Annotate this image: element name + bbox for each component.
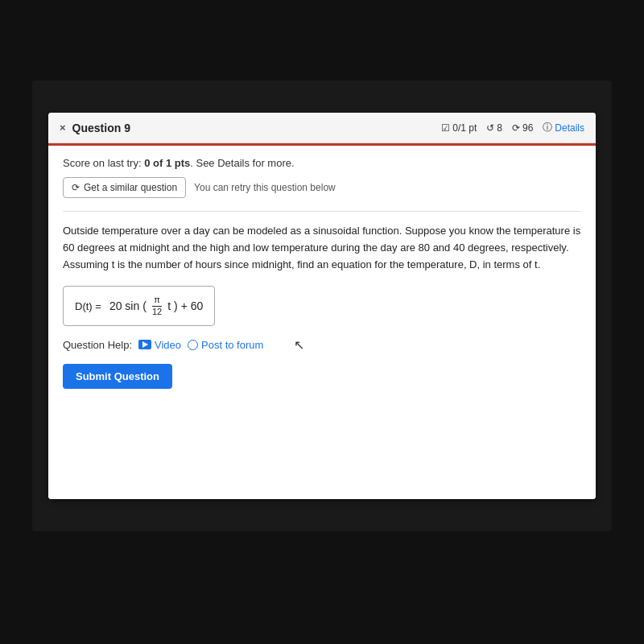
info-icon: ⓘ (543, 121, 552, 134)
submit-label: Submit Question (76, 370, 159, 382)
fraction: π 12 (151, 295, 163, 316)
help-row: Question Help: Video Post to forum ↖ (63, 337, 581, 353)
answer-box: D(t) = 20 sin ( π 12 t ) + 60 (63, 286, 215, 325)
screen-wrapper: × Question 9 ☑ 0/1 pt ↺ 8 ⟳ 96 ⓘ De (32, 80, 612, 531)
help-label: Question Help: (63, 339, 132, 351)
score-badge: ☑ 0/1 pt (441, 122, 477, 134)
variable: t (167, 299, 171, 312)
header-left: × Question 9 (60, 122, 130, 134)
content-area: Score on last try: 0 of 1 pts. See Detai… (48, 146, 596, 499)
score-value: 0/1 pt (452, 122, 477, 134)
video-icon (138, 340, 151, 349)
similar-button-label: Get a similar question (84, 182, 177, 193)
header-bar: × Question 9 ☑ 0/1 pt ↺ 8 ⟳ 96 ⓘ De (48, 113, 596, 143)
coefficient: 20 sin (109, 299, 139, 312)
score-line: Score on last try: 0 of 1 pts. See Detai… (63, 157, 581, 169)
open-paren: ( (142, 299, 147, 312)
info-badge: ⓘ Details (543, 121, 584, 134)
score-check-icon: ☑ (441, 122, 450, 134)
retry-text: You can retry this question below (194, 182, 336, 193)
header-right: ☑ 0/1 pt ↺ 8 ⟳ 96 ⓘ Details (441, 121, 584, 134)
score-bold: 0 of 1 pts (144, 157, 190, 169)
retry-count: 8 (497, 122, 502, 134)
retry-icon: ↺ (486, 122, 494, 134)
similar-question-row: ⟳ Get a similar question You can retry t… (63, 177, 581, 198)
divider (63, 211, 581, 212)
forum-label: Post to forum (201, 339, 263, 351)
dt-label: D(t) = (75, 300, 101, 312)
close-paren: ) (174, 299, 178, 312)
similar-refresh-icon: ⟳ (72, 182, 80, 193)
submit-button[interactable]: Submit Question (63, 364, 172, 389)
refresh-count: 96 (522, 122, 533, 134)
details-link[interactable]: Details (555, 122, 584, 134)
video-play-triangle (142, 341, 148, 348)
video-label: Video (155, 339, 181, 351)
browser-panel: × Question 9 ☑ 0/1 pt ↺ 8 ⟳ 96 ⓘ De (48, 113, 596, 499)
similar-question-button[interactable]: ⟳ Get a similar question (63, 177, 186, 198)
constant: + 60 (181, 299, 204, 312)
fraction-denominator: 12 (151, 307, 163, 317)
math-expression: 20 sin ( π 12 t ) + 60 (109, 295, 203, 316)
fraction-numerator: π (152, 295, 162, 306)
video-link[interactable]: Video (138, 339, 181, 351)
problem-text: Outside temperature over a day can be mo… (63, 223, 581, 273)
forum-link[interactable]: Post to forum (188, 339, 263, 351)
refresh-icon: ⟳ (512, 122, 520, 134)
refresh-badge: ⟳ 96 (512, 122, 533, 134)
forum-icon (188, 340, 198, 350)
retry-badge: ↺ 8 (486, 122, 502, 134)
close-button[interactable]: × (60, 122, 66, 134)
cursor-arrow: ↖ (294, 337, 304, 353)
question-title: Question 9 (72, 122, 130, 134)
